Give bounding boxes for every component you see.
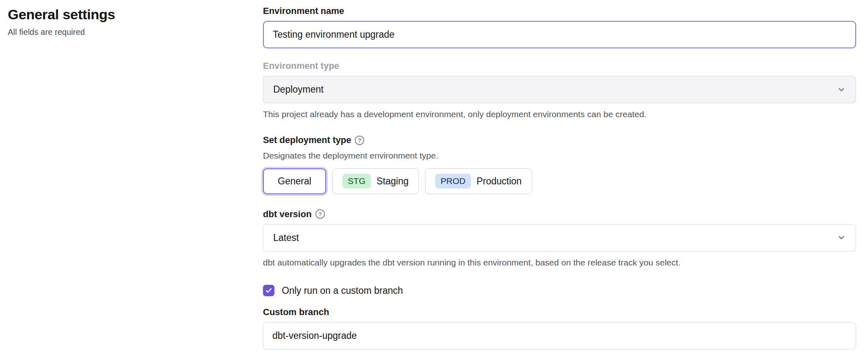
- chevron-down-icon: [837, 233, 846, 242]
- chevron-down-icon: [837, 85, 846, 94]
- dbt-version-select[interactable]: Latest: [263, 224, 856, 252]
- dbt-version-label-text: dbt version: [263, 209, 312, 220]
- deployment-type-field: Set deployment type ? Designates the dep…: [263, 135, 856, 194]
- page-title: General settings: [8, 7, 238, 23]
- deployment-option-general[interactable]: General: [263, 168, 326, 194]
- dbt-version-label: dbt version ?: [263, 209, 856, 220]
- general-settings-page: General settings All fields are required…: [0, 0, 868, 354]
- custom-branch-field: Custom branch: [263, 307, 856, 349]
- deployment-type-options: General STG Staging PROD Production: [263, 168, 856, 194]
- environment-type-helper: This project already has a development e…: [263, 109, 856, 120]
- help-icon[interactable]: ?: [355, 136, 364, 145]
- deployment-type-helper: Designates the deployment environment ty…: [263, 150, 856, 161]
- deployment-option-staging-label: Staging: [377, 176, 409, 187]
- custom-branch-checkbox[interactable]: [263, 285, 274, 296]
- deployment-option-staging[interactable]: STG Staging: [332, 168, 419, 194]
- deployment-type-label: Set deployment type ?: [263, 135, 856, 145]
- dbt-version-value: Latest: [273, 232, 299, 243]
- dbt-version-helper: dbt automatically upgrades the dbt versi…: [263, 257, 856, 268]
- deployment-option-production-label: Production: [477, 176, 522, 187]
- checkmark-icon: [265, 286, 273, 295]
- environment-type-select[interactable]: Deployment: [263, 76, 856, 103]
- settings-header: General settings All fields are required: [8, 7, 238, 37]
- deployment-option-general-label: General: [278, 176, 311, 187]
- staging-badge: STG: [343, 174, 371, 188]
- custom-branch-input[interactable]: [263, 322, 856, 349]
- help-icon[interactable]: ?: [315, 209, 325, 219]
- dbt-version-field: dbt version ? Latest dbt automatically u…: [263, 209, 856, 268]
- production-badge: PROD: [435, 174, 471, 188]
- settings-form: Environment name Environment type Deploy…: [263, 6, 856, 349]
- environment-name-label: Environment name: [263, 6, 856, 16]
- environment-name-field: Environment name: [263, 6, 856, 48]
- deployment-option-production[interactable]: PROD Production: [425, 168, 532, 194]
- deployment-type-label-text: Set deployment type: [263, 135, 351, 145]
- environment-name-input[interactable]: [263, 21, 856, 48]
- environment-type-field: Environment type Deployment This project…: [263, 61, 856, 120]
- environment-type-value: Deployment: [273, 84, 324, 95]
- custom-branch-label: Custom branch: [263, 307, 856, 318]
- custom-branch-toggle-row: Only run on a custom branch: [263, 285, 856, 296]
- environment-type-label: Environment type: [263, 61, 856, 71]
- page-subtitle: All fields are required: [8, 27, 238, 37]
- custom-branch-toggle-label: Only run on a custom branch: [282, 285, 403, 296]
